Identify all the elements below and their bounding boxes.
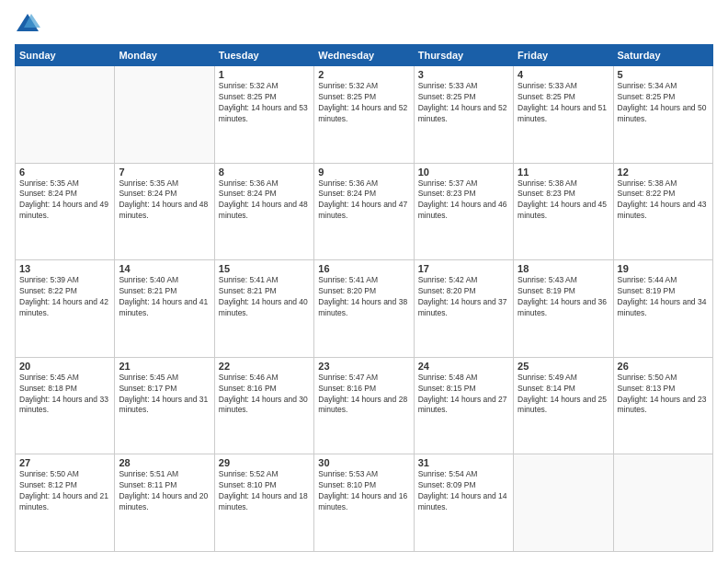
day-info: Sunrise: 5:41 AM Sunset: 8:21 PM Dayligh…: [219, 275, 310, 319]
header: [15, 11, 713, 37]
day-number: 22: [219, 361, 310, 372]
day-info: Sunrise: 5:34 AM Sunset: 8:25 PM Dayligh…: [618, 81, 709, 125]
day-number: 21: [119, 361, 210, 372]
week-row-2: 13Sunrise: 5:39 AM Sunset: 8:22 PM Dayli…: [16, 260, 713, 358]
day-info: Sunrise: 5:35 AM Sunset: 8:24 PM Dayligh…: [19, 178, 110, 223]
day-info: Sunrise: 5:38 AM Sunset: 8:23 PM Dayligh…: [518, 178, 609, 223]
day-number: 13: [19, 263, 110, 274]
calendar-cell: 30Sunrise: 5:53 AM Sunset: 8:10 PM Dayli…: [314, 454, 414, 552]
day-number: 4: [518, 69, 609, 80]
page: SundayMondayTuesdayWednesdayThursdayFrid…: [0, 0, 728, 563]
day-number: 27: [19, 457, 110, 468]
day-number: 16: [318, 263, 409, 274]
day-info: Sunrise: 5:45 AM Sunset: 8:17 PM Dayligh…: [119, 373, 210, 417]
day-number: 26: [618, 361, 709, 372]
day-number: 5: [618, 69, 709, 80]
day-info: Sunrise: 5:50 AM Sunset: 8:13 PM Dayligh…: [618, 373, 709, 417]
calendar-cell: [115, 66, 214, 164]
calendar-cell: 1Sunrise: 5:32 AM Sunset: 8:25 PM Daylig…: [214, 66, 313, 164]
day-info: Sunrise: 5:39 AM Sunset: 8:22 PM Dayligh…: [19, 275, 110, 319]
calendar-cell: 31Sunrise: 5:54 AM Sunset: 8:09 PM Dayli…: [414, 454, 513, 552]
day-number: 29: [219, 457, 310, 468]
weekday-header-tuesday: Tuesday: [214, 45, 313, 66]
day-number: 14: [119, 263, 210, 274]
calendar-cell: 14Sunrise: 5:40 AM Sunset: 8:21 PM Dayli…: [115, 260, 214, 358]
day-number: 8: [219, 167, 310, 178]
calendar-cell: 19Sunrise: 5:44 AM Sunset: 8:19 PM Dayli…: [613, 260, 712, 358]
calendar-cell: 2Sunrise: 5:32 AM Sunset: 8:25 PM Daylig…: [314, 66, 414, 164]
day-info: Sunrise: 5:52 AM Sunset: 8:10 PM Dayligh…: [219, 469, 310, 513]
calendar-table: SundayMondayTuesdayWednesdayThursdayFrid…: [15, 44, 713, 552]
calendar-cell: 10Sunrise: 5:37 AM Sunset: 8:23 PM Dayli…: [414, 163, 513, 260]
day-info: Sunrise: 5:38 AM Sunset: 8:22 PM Dayligh…: [618, 178, 709, 223]
calendar-cell: 13Sunrise: 5:39 AM Sunset: 8:22 PM Dayli…: [16, 260, 115, 358]
calendar-cell: 25Sunrise: 5:49 AM Sunset: 8:14 PM Dayli…: [514, 357, 613, 454]
day-number: 1: [219, 69, 310, 80]
day-info: Sunrise: 5:42 AM Sunset: 8:20 PM Dayligh…: [418, 275, 509, 319]
day-info: Sunrise: 5:37 AM Sunset: 8:23 PM Dayligh…: [418, 178, 509, 223]
day-number: 28: [119, 457, 210, 468]
day-number: 20: [19, 361, 110, 372]
day-number: 18: [518, 263, 609, 274]
day-info: Sunrise: 5:35 AM Sunset: 8:24 PM Dayligh…: [119, 178, 210, 223]
day-info: Sunrise: 5:48 AM Sunset: 8:15 PM Dayligh…: [418, 373, 509, 417]
weekday-header-wednesday: Wednesday: [314, 45, 414, 66]
calendar-cell: 24Sunrise: 5:48 AM Sunset: 8:15 PM Dayli…: [414, 357, 513, 454]
day-info: Sunrise: 5:50 AM Sunset: 8:12 PM Dayligh…: [19, 469, 110, 513]
calendar-cell: 21Sunrise: 5:45 AM Sunset: 8:17 PM Dayli…: [115, 357, 214, 454]
week-row-4: 27Sunrise: 5:50 AM Sunset: 8:12 PM Dayli…: [16, 454, 713, 552]
day-info: Sunrise: 5:41 AM Sunset: 8:20 PM Dayligh…: [318, 275, 409, 319]
day-number: 25: [518, 361, 609, 372]
day-number: 6: [19, 167, 110, 178]
day-number: 30: [318, 457, 409, 468]
calendar-cell: 3Sunrise: 5:33 AM Sunset: 8:25 PM Daylig…: [414, 66, 513, 164]
day-number: 23: [318, 361, 409, 372]
day-info: Sunrise: 5:44 AM Sunset: 8:19 PM Dayligh…: [618, 275, 709, 319]
calendar-cell: 7Sunrise: 5:35 AM Sunset: 8:24 PM Daylig…: [115, 163, 214, 260]
weekday-header-sunday: Sunday: [16, 45, 115, 66]
calendar-cell: 11Sunrise: 5:38 AM Sunset: 8:23 PM Dayli…: [514, 163, 613, 260]
day-info: Sunrise: 5:32 AM Sunset: 8:25 PM Dayligh…: [318, 81, 409, 125]
day-number: 24: [418, 361, 509, 372]
calendar-cell: 17Sunrise: 5:42 AM Sunset: 8:20 PM Dayli…: [414, 260, 513, 358]
weekday-header-thursday: Thursday: [414, 45, 513, 66]
day-number: 7: [119, 167, 210, 178]
week-row-1: 6Sunrise: 5:35 AM Sunset: 8:24 PM Daylig…: [16, 163, 713, 260]
week-row-3: 20Sunrise: 5:45 AM Sunset: 8:18 PM Dayli…: [16, 357, 713, 454]
calendar-cell: 16Sunrise: 5:41 AM Sunset: 8:20 PM Dayli…: [314, 260, 414, 358]
calendar-cell: [16, 66, 115, 164]
day-number: 10: [418, 167, 509, 178]
weekday-header-friday: Friday: [514, 45, 613, 66]
calendar-cell: 22Sunrise: 5:46 AM Sunset: 8:16 PM Dayli…: [214, 357, 313, 454]
day-info: Sunrise: 5:49 AM Sunset: 8:14 PM Dayligh…: [518, 373, 609, 417]
day-number: 2: [318, 69, 409, 80]
weekday-header-monday: Monday: [115, 45, 214, 66]
day-info: Sunrise: 5:33 AM Sunset: 8:25 PM Dayligh…: [418, 81, 509, 125]
calendar-cell: [514, 454, 613, 552]
day-number: 3: [418, 69, 509, 80]
calendar-cell: [613, 454, 712, 552]
calendar-cell: 26Sunrise: 5:50 AM Sunset: 8:13 PM Dayli…: [613, 357, 712, 454]
day-number: 9: [318, 167, 409, 178]
day-info: Sunrise: 5:36 AM Sunset: 8:24 PM Dayligh…: [318, 178, 409, 223]
calendar-cell: 9Sunrise: 5:36 AM Sunset: 8:24 PM Daylig…: [314, 163, 414, 260]
day-number: 17: [418, 263, 509, 274]
day-info: Sunrise: 5:45 AM Sunset: 8:18 PM Dayligh…: [19, 373, 110, 417]
calendar-cell: 5Sunrise: 5:34 AM Sunset: 8:25 PM Daylig…: [613, 66, 712, 164]
calendar-cell: 29Sunrise: 5:52 AM Sunset: 8:10 PM Dayli…: [214, 454, 313, 552]
calendar-cell: 20Sunrise: 5:45 AM Sunset: 8:18 PM Dayli…: [16, 357, 115, 454]
day-number: 11: [518, 167, 609, 178]
day-info: Sunrise: 5:47 AM Sunset: 8:16 PM Dayligh…: [318, 373, 409, 417]
calendar-cell: 27Sunrise: 5:50 AM Sunset: 8:12 PM Dayli…: [16, 454, 115, 552]
day-number: 15: [219, 263, 310, 274]
calendar-cell: 6Sunrise: 5:35 AM Sunset: 8:24 PM Daylig…: [16, 163, 115, 260]
calendar-cell: 12Sunrise: 5:38 AM Sunset: 8:22 PM Dayli…: [613, 163, 712, 260]
calendar-cell: 4Sunrise: 5:33 AM Sunset: 8:25 PM Daylig…: [514, 66, 613, 164]
logo-icon: [15, 11, 40, 37]
calendar-cell: 15Sunrise: 5:41 AM Sunset: 8:21 PM Dayli…: [214, 260, 313, 358]
calendar-cell: 18Sunrise: 5:43 AM Sunset: 8:19 PM Dayli…: [514, 260, 613, 358]
calendar-cell: 8Sunrise: 5:36 AM Sunset: 8:24 PM Daylig…: [214, 163, 313, 260]
weekday-header-row: SundayMondayTuesdayWednesdayThursdayFrid…: [16, 45, 713, 66]
day-info: Sunrise: 5:32 AM Sunset: 8:25 PM Dayligh…: [219, 81, 310, 125]
calendar-cell: 23Sunrise: 5:47 AM Sunset: 8:16 PM Dayli…: [314, 357, 414, 454]
